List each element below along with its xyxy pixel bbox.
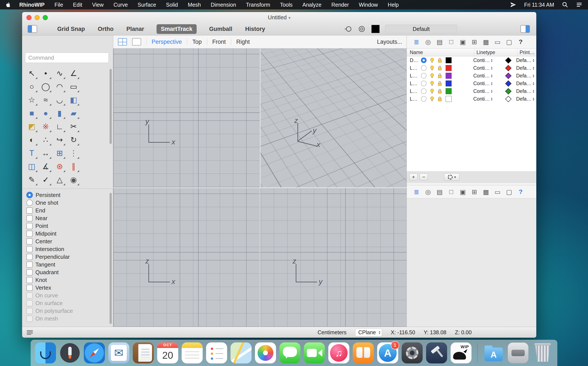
tool-rebuild-icon[interactable]: ↻ bbox=[67, 134, 80, 146]
tool-helix-icon[interactable]: ≈ bbox=[39, 94, 52, 106]
tool-box-icon[interactable]: ■ bbox=[25, 107, 38, 120]
layer-current-radio[interactable] bbox=[421, 58, 427, 63]
tool-explode-icon[interactable]: ※ bbox=[39, 120, 52, 133]
viewport-front[interactable]: z x bbox=[113, 188, 260, 327]
tool-fillet-curves-icon[interactable]: ◡ bbox=[53, 94, 66, 106]
command-input[interactable] bbox=[28, 54, 106, 61]
tool-trim-icon[interactable]: ✂ bbox=[67, 120, 80, 133]
osnap-perpendicular[interactable]: Perpendicular bbox=[26, 253, 106, 261]
tool-fillet-edge-icon[interactable]: ∟ bbox=[53, 120, 66, 133]
tool-loft-icon[interactable]: ◧ bbox=[67, 94, 80, 106]
stepper-icon[interactable] bbox=[533, 66, 534, 70]
checkbox-midpoint[interactable] bbox=[26, 231, 33, 237]
tool-boolean-union-icon[interactable]: ◐ bbox=[25, 134, 38, 146]
viewport-perspective[interactable]: z y x bbox=[261, 48, 407, 187]
layer-print-cell[interactable]: Defa… bbox=[514, 73, 536, 79]
tool-text-object-icon[interactable]: T bbox=[25, 147, 38, 160]
menu-item-curve[interactable]: Curve bbox=[113, 2, 128, 8]
menu-item-transform[interactable]: Transform bbox=[246, 2, 270, 8]
dock-finder-icon[interactable] bbox=[35, 343, 56, 363]
menu-item-edit[interactable]: Edit bbox=[73, 2, 82, 8]
dock-appstore-icon[interactable]: A1 bbox=[377, 343, 398, 363]
checkbox-intersection[interactable] bbox=[26, 246, 33, 252]
tool-circle-deformable-icon[interactable]: ◦ bbox=[25, 187, 38, 188]
tool-distribute-icon[interactable]: ⋮ bbox=[67, 147, 80, 160]
checkbox-near[interactable] bbox=[26, 215, 33, 221]
stepper-icon[interactable] bbox=[533, 58, 534, 62]
dock-messages-icon[interactable] bbox=[279, 343, 301, 363]
dock-notes-icon[interactable] bbox=[182, 343, 203, 363]
layer-linetype-cell[interactable]: Conti… bbox=[471, 88, 514, 94]
dock-applications-icon[interactable]: A bbox=[483, 343, 504, 363]
tool-plugin-manager-icon[interactable]: ◩ bbox=[25, 120, 38, 133]
layer-print-cell[interactable]: Defa… bbox=[514, 96, 536, 102]
layer-print-cell[interactable]: Defa… bbox=[514, 81, 536, 86]
panel-box-icon[interactable]: □ bbox=[446, 188, 456, 195]
menu-item-solid[interactable]: Solid bbox=[166, 2, 178, 8]
osnap-vertex[interactable]: Vertex bbox=[26, 284, 106, 291]
menu-item-view[interactable]: View bbox=[92, 2, 104, 8]
menu-item-dimension[interactable]: Dimension bbox=[211, 2, 236, 8]
layer-print-cell[interactable]: Defa… bbox=[514, 88, 536, 94]
menu-item-analyze[interactable]: Analyze bbox=[302, 2, 321, 8]
viewport-top[interactable]: y x bbox=[113, 48, 260, 187]
checkbox-vertex[interactable] bbox=[26, 285, 33, 291]
tool-point-cloud-icon[interactable]: ∴ bbox=[39, 134, 52, 146]
dock-contacts-icon[interactable] bbox=[133, 343, 154, 363]
dock-maps-icon[interactable] bbox=[231, 343, 252, 363]
osnap-intersection[interactable]: Intersection bbox=[26, 245, 106, 253]
panel-display-icon[interactable]: ▢ bbox=[504, 188, 514, 196]
panel-layers-icon[interactable]: ≣ bbox=[412, 38, 421, 46]
menu-item-window[interactable]: Window bbox=[359, 2, 378, 8]
layer-visibility-bulb-icon[interactable] bbox=[430, 58, 434, 63]
osnap-near[interactable]: Near bbox=[26, 214, 106, 222]
tool-box-edit-icon[interactable]: ◫ bbox=[25, 160, 38, 173]
dock-itunes-icon[interactable]: ♫ bbox=[328, 343, 349, 363]
layer-lock-icon[interactable] bbox=[438, 81, 442, 86]
layer-current-radio[interactable] bbox=[421, 96, 427, 102]
tool-arc-icon[interactable]: ◠ bbox=[53, 80, 66, 93]
layer-color-swatch[interactable] bbox=[446, 96, 452, 102]
checkbox-knot[interactable] bbox=[26, 277, 33, 283]
panel-mesh-icon[interactable]: ⊞ bbox=[469, 38, 479, 46]
viewport-tab-right[interactable]: Right bbox=[236, 39, 250, 45]
osnap-point[interactable]: Point bbox=[26, 222, 106, 230]
layer-linetype-cell[interactable]: Conti… bbox=[471, 65, 514, 71]
toolbar-toggle-planar[interactable]: Planar bbox=[126, 24, 145, 34]
panel-named-views-icon[interactable]: ▣ bbox=[458, 188, 468, 196]
layer-linetype-cell[interactable]: Conti… bbox=[471, 96, 514, 102]
toolbar-toggle-smarttrack[interactable]: SmartTrack bbox=[157, 24, 197, 34]
add-layer-button[interactable]: + bbox=[409, 174, 417, 180]
tool-check-objects-icon[interactable]: ✓ bbox=[39, 174, 52, 186]
panel-help-icon[interactable]: ? bbox=[516, 38, 526, 46]
dock-rhino-icon[interactable]: WIP bbox=[451, 343, 472, 363]
menu-item-mesh[interactable]: Mesh bbox=[188, 2, 201, 8]
tool-hide-objects-icon[interactable]: ▫ bbox=[39, 187, 52, 188]
panel-notes-icon[interactable]: ▤ bbox=[435, 188, 445, 196]
concentric-circles-icon[interactable] bbox=[358, 25, 366, 33]
menu-item-help[interactable]: Help bbox=[388, 2, 399, 8]
layer-visibility-bulb-icon[interactable] bbox=[430, 73, 434, 78]
layer-settings-dropdown[interactable] bbox=[444, 173, 460, 181]
menu-item-render[interactable]: Render bbox=[331, 2, 349, 8]
dock-calendar-icon[interactable]: OCT20 bbox=[157, 343, 178, 363]
dock-sysprefs-icon[interactable] bbox=[402, 343, 423, 363]
panel-layouts-icon[interactable]: ▦ bbox=[481, 38, 491, 46]
panel-layers-icon[interactable]: ≣ bbox=[412, 188, 421, 196]
tool-array-polar-icon[interactable]: ⊛ bbox=[53, 160, 66, 173]
tool-surface-analysis-icon[interactable]: △ bbox=[53, 174, 66, 186]
tool-array-rectangular-icon[interactable]: ⊞ bbox=[53, 147, 66, 160]
panel-properties-icon[interactable]: ◎ bbox=[423, 38, 433, 46]
osnap-quadrant[interactable]: Quadrant bbox=[26, 268, 106, 276]
panel-materials-icon[interactable]: ▭ bbox=[493, 188, 502, 196]
toolbar-toggle-gumball[interactable]: Gumball bbox=[209, 24, 233, 34]
layer-linetype-cell[interactable]: Conti… bbox=[471, 81, 514, 86]
checkbox-center[interactable] bbox=[26, 238, 33, 244]
checkbox-point[interactable] bbox=[26, 223, 33, 229]
stepper-icon[interactable] bbox=[491, 74, 493, 78]
circle-snap-icon[interactable] bbox=[344, 25, 352, 33]
title-bar[interactable]: Untitled bbox=[22, 12, 536, 23]
dock-photos-icon[interactable] bbox=[255, 343, 276, 363]
column-header-name[interactable]: Name bbox=[410, 50, 423, 55]
single-viewport-icon[interactable] bbox=[132, 38, 141, 46]
